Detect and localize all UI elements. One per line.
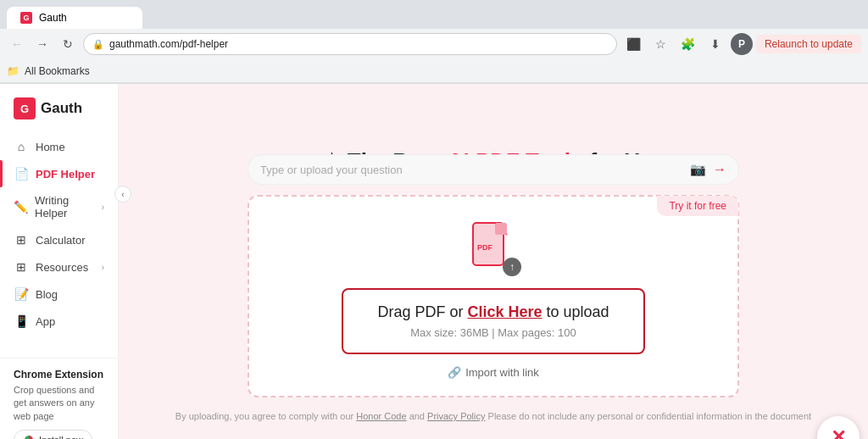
drop-meta: Max size: 36MB | Max pages: 100 xyxy=(377,326,609,339)
install-label: Install now xyxy=(39,435,83,439)
profile-button[interactable]: P xyxy=(731,33,753,55)
import-label: Import with link xyxy=(465,366,539,379)
chrome-extension-section: Chrome Extension Crop questions and get … xyxy=(0,358,118,439)
sidebar-toggle[interactable]: ‹ xyxy=(114,186,131,203)
chrome-icon xyxy=(23,434,35,439)
sidebar-item-app[interactable]: 📱 App xyxy=(0,308,118,335)
footer-and: and xyxy=(407,411,427,421)
drop-zone[interactable]: Drag PDF or Click Here to upload Max siz… xyxy=(342,288,644,354)
sidebar-item-writing-helper[interactable]: ✏️ Writing Helper › xyxy=(0,187,118,226)
sidebar-item-blog[interactable]: 📝 Blog xyxy=(0,281,118,308)
folder-icon: 📁 xyxy=(7,65,19,77)
logo-text: Gauth xyxy=(41,100,82,117)
active-tab[interactable]: G Gauth xyxy=(7,7,142,29)
reload-button[interactable]: ↻ xyxy=(58,34,78,54)
tab-title: Gauth xyxy=(39,12,67,24)
try-badge[interactable]: Try it for free xyxy=(657,196,738,216)
resources-icon: ⊞ xyxy=(14,260,29,274)
pdf-file-icon: PDF ↑ xyxy=(464,222,523,281)
sidebar-item-label: App xyxy=(36,315,55,328)
home-icon: ⌂ xyxy=(14,140,29,153)
search-bar[interactable]: Type or upload your question 📷 → xyxy=(248,154,739,185)
chevron-right-icon: › xyxy=(102,263,104,272)
drop-label-2: to upload xyxy=(542,303,609,320)
click-here-link[interactable]: Click Here xyxy=(467,303,542,320)
forward-button[interactable]: → xyxy=(32,34,53,54)
chrome-ext-title: Chrome Extension xyxy=(14,369,104,381)
star-button[interactable]: ☆ xyxy=(649,32,673,56)
download-button[interactable]: ⬇ xyxy=(704,32,727,56)
link-icon: 🔗 xyxy=(448,366,461,379)
cast-button[interactable]: ⬛ xyxy=(622,32,646,56)
writing-icon: ✏️ xyxy=(14,200,28,214)
sidebar-item-pdf-helper[interactable]: 📄 PDF Helper xyxy=(0,160,118,187)
sidebar-item-home[interactable]: ⌂ Home xyxy=(0,133,118,160)
calculator-icon: ⊞ xyxy=(14,233,29,247)
sidebar-nav: ⌂ Home 📄 PDF Helper ✏️ Writing Helper › … xyxy=(0,133,118,358)
relaunch-button[interactable]: Relaunch to update xyxy=(756,35,861,53)
chevron-right-icon: › xyxy=(102,203,104,212)
sidebar-item-label: Calculator xyxy=(36,234,86,247)
privacy-policy-link[interactable]: Privacy Policy xyxy=(427,411,485,421)
svg-text:PDF: PDF xyxy=(477,243,493,252)
honor-code-link[interactable]: Honor Code xyxy=(356,411,406,421)
logo-icon: G xyxy=(14,97,36,119)
sidebar-item-label: Resources xyxy=(36,261,88,274)
camera-icon[interactable]: 📷 xyxy=(690,162,706,177)
widget-icon: ✕ xyxy=(831,426,846,439)
main-content: Type or upload your question 📷 → ✦ The B… xyxy=(119,84,868,439)
sidebar: G Gauth ⌂ Home 📄 PDF Helper ✏️ Writing H… xyxy=(0,84,119,439)
install-button[interactable]: Install now xyxy=(14,430,92,439)
tab-favicon: G xyxy=(20,12,32,24)
footer-text-2: Please do not include any personal or co… xyxy=(486,411,812,421)
bookmarks-label: All Bookmarks xyxy=(25,65,90,77)
address-text: gauthmath.com/pdf-helper xyxy=(109,38,608,50)
toolbar-icons: ⬛ ☆ 🧩 ⬇ P Relaunch to update xyxy=(622,32,861,56)
sidebar-item-calculator[interactable]: ⊞ Calculator xyxy=(0,226,118,253)
lock-icon: 🔒 xyxy=(92,39,104,50)
drop-text: Drag PDF or Click Here to upload xyxy=(377,303,609,321)
blog-icon: 📝 xyxy=(14,287,29,301)
sidebar-item-label: Blog xyxy=(36,288,58,301)
svg-rect-2 xyxy=(495,223,507,235)
app-icon: 📱 xyxy=(14,314,29,328)
search-placeholder: Type or upload your question xyxy=(260,164,683,176)
upload-box[interactable]: Try it for free PDF ↑ Drag PDF or Click … xyxy=(248,195,739,397)
sidebar-item-resources[interactable]: ⊞ Resources › xyxy=(0,253,118,281)
sidebar-item-label: PDF Helper xyxy=(36,168,95,181)
footer-note: By uploading, you agree to comply with o… xyxy=(175,409,811,424)
extensions-button[interactable]: 🧩 xyxy=(676,32,700,56)
search-icons: 📷 → xyxy=(690,162,726,177)
import-link[interactable]: 🔗 Import with link xyxy=(448,366,539,379)
logo: G Gauth xyxy=(0,91,118,133)
pdf-icon: 📄 xyxy=(14,167,29,181)
address-bar[interactable]: 🔒 gauthmath.com/pdf-helper xyxy=(83,33,617,55)
tab-bar: G Gauth xyxy=(0,0,868,29)
arrow-icon[interactable]: → xyxy=(713,162,726,177)
bookmarks-bar: 📁 All Bookmarks xyxy=(0,59,868,83)
chrome-ext-desc: Crop questions and get answers on any we… xyxy=(14,384,104,423)
drop-label: Drag PDF or xyxy=(377,303,467,320)
upload-arrow-icon: ↑ xyxy=(503,258,521,276)
footer-text-1: By uploading, you agree to comply with o… xyxy=(175,411,356,421)
browser-toolbar: ← → ↻ 🔒 gauthmath.com/pdf-helper ⬛ ☆ 🧩 ⬇… xyxy=(0,29,868,59)
sidebar-item-label: Writing Helper xyxy=(35,194,95,220)
back-button[interactable]: ← xyxy=(7,34,27,54)
sidebar-item-label: Home xyxy=(36,141,65,153)
